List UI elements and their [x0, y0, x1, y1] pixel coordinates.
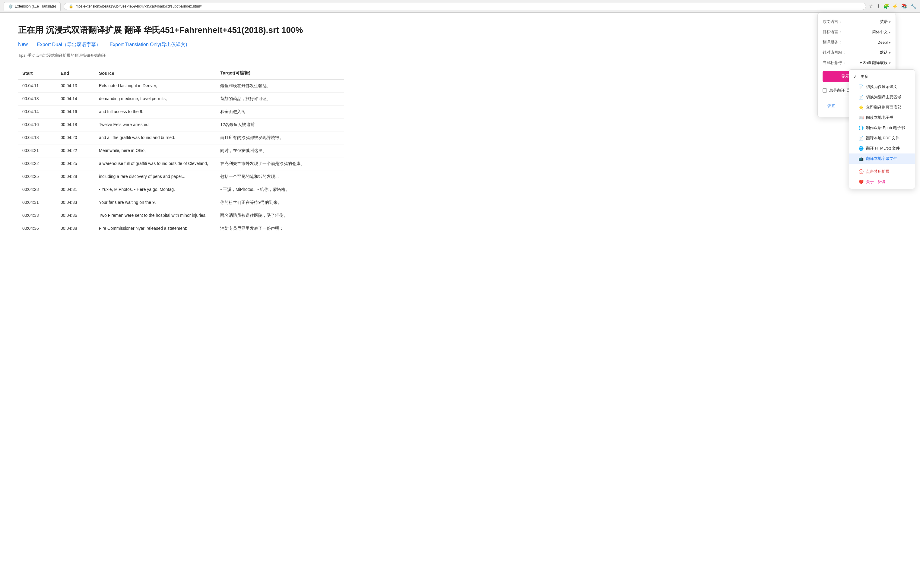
tab-label: Extension (I...e Translate): [15, 4, 56, 8]
submenu-item-label-more: 更多: [860, 74, 868, 79]
page-title: 正在用 沉浸式双语翻译扩展 翻译 华氏451+Fahrenheit+451(20…: [18, 25, 344, 36]
cell-11-0: 00:04:36: [18, 222, 57, 235]
cell-10-2: Two Firemen were sent to the hospital wi…: [95, 209, 216, 222]
submenu-item-create_epub[interactable]: 🌐制作双语 Epub 电子书: [849, 123, 915, 133]
table-row: 00:04:1400:04:16and full access to the 9…: [18, 105, 344, 118]
submenu-item-about[interactable]: ❤️关于 - 反馈: [849, 177, 915, 187]
submenu-item-label-switch_translation_only: 切换为仅显示译文: [866, 84, 897, 90]
cell-8-0: 00:04:28: [18, 183, 57, 196]
chevron-down-icon: [889, 19, 891, 24]
settings-value-0[interactable]: 英语: [880, 19, 891, 24]
submenu-item-translate_subtitle[interactable]: 📺翻译本地字幕文件: [849, 153, 915, 164]
settings-value-3[interactable]: 默认: [880, 50, 891, 55]
cell-0-1: 00:04:13: [57, 79, 95, 92]
cell-7-1: 00:04:28: [57, 170, 95, 183]
submenu-item-icon-translate_html: 🌐: [858, 146, 863, 151]
submenu-item-more[interactable]: 更多: [849, 71, 915, 82]
cell-4-1: 00:04:20: [57, 131, 95, 144]
col-header-start: Start: [18, 67, 57, 79]
toolbar-icon-3[interactable]: 🔧: [910, 3, 917, 9]
cell-6-1: 00:04:25: [57, 157, 95, 170]
settings-row-2: 翻译服务：Deepl: [818, 37, 896, 47]
address-bar[interactable]: 🔒 moz-extension://beaa196b-f8ee-4e59-bc4…: [64, 3, 866, 10]
submenu-item-label-read_ebook: 阅读本地电子书: [866, 115, 894, 120]
cell-0-0: 00:04:11: [18, 79, 57, 92]
cell-9-2: Your fans are waiting on the 9.: [95, 196, 216, 209]
cell-4-3[interactable]: 而且所有的涂鸦都被发现并烧毁。: [216, 131, 344, 144]
cell-11-3[interactable]: 消防专员尼亚里发表了一份声明：: [216, 222, 344, 235]
submenu-item-label-create_epub: 制作双语 Epub 电子书: [866, 125, 905, 131]
settings-link[interactable]: 设置: [823, 101, 840, 111]
settings-row-4: 当鼠标悬停：+ Shift 翻译该段: [818, 58, 896, 68]
submenu-item-icon-disable_extension: 🚫: [858, 169, 863, 174]
submenu-item-label-about: 关于 - 反馈: [866, 179, 885, 184]
settings-label-3: 针对该网站：: [823, 50, 846, 55]
submenu-item-icon-scroll_to_bottom: ⭐: [858, 105, 863, 110]
submenu-item-icon-translate_subtitle: 📺: [858, 156, 863, 161]
submenu-item-translate_pdf[interactable]: 📄翻译本地 PDF 文件: [849, 133, 915, 143]
table-row: 00:04:2500:04:28including a rare discove…: [18, 170, 344, 183]
settings-value-text-3: 默认: [880, 50, 888, 55]
cell-10-3[interactable]: 两名消防员被送往医院，受了轻伤。: [216, 209, 344, 222]
new-link[interactable]: New: [18, 42, 28, 48]
submenu-item-disable_extension[interactable]: 🚫点击禁用扩展: [849, 166, 915, 177]
cell-1-0: 00:04:13: [18, 92, 57, 105]
extension-icon[interactable]: 🧩: [883, 3, 889, 9]
submenu-item-scroll_to_bottom[interactable]: ⭐立即翻译到页面底部: [849, 102, 915, 113]
export-translation-link[interactable]: Export Translation Only(导出仅译文): [110, 42, 187, 48]
chevron-down-icon: [889, 50, 891, 55]
col-header-target: Target(可编辑): [216, 67, 344, 79]
browser-chrome: 🛡️ Extension (I...e Translate) 🔒 moz-ext…: [0, 0, 920, 13]
settings-label-1: 目标语言：: [823, 29, 842, 35]
browser-toolbar-icons: ☆ ⬇ 🧩 ⚡ 📚 🔧: [869, 3, 917, 9]
cell-3-1: 00:04:18: [57, 118, 95, 131]
cell-8-3[interactable]: - 玉溪，MiPhotos。- 给你，蒙塔格。: [216, 183, 344, 196]
cell-2-2: and full access to the 9.: [95, 105, 216, 118]
browser-tab[interactable]: 🛡️ Extension (I...e Translate): [3, 2, 61, 11]
tips-text: Tips: 手动点击沉浸式翻译扩展的翻译按钮开始翻译: [18, 53, 344, 58]
settings-row-3: 针对该网站：默认: [818, 47, 896, 58]
submenu-item-switch_main_area[interactable]: 📄切换为翻译主要区域: [849, 92, 915, 102]
settings-label-2: 翻译服务：: [823, 39, 842, 45]
export-dual-link[interactable]: Export Dual（导出双语字幕）: [37, 42, 101, 48]
cell-2-3[interactable]: 和全面进入9。: [216, 105, 344, 118]
cell-11-2: Fire Commissioner Nyari released a state…: [95, 222, 216, 235]
table-body: 00:04:1100:04:13Eels rioted last night i…: [18, 79, 344, 235]
submenu-item-label-switch_main_area: 切换为翻译主要区域: [866, 94, 901, 100]
submenu-item-icon-about: ❤️: [858, 179, 863, 184]
cell-6-3[interactable]: 在克利夫兰市外发现了一个满是涂鸦的仓库、: [216, 157, 344, 170]
toolbar-icon-2[interactable]: 📚: [901, 3, 907, 9]
table-row: 00:04:1300:04:14demanding medicine, trav…: [18, 92, 344, 105]
submenu-item-translate_html[interactable]: 🌐翻译 HTML/txt 文件: [849, 143, 915, 153]
cell-10-1: 00:04:36: [57, 209, 95, 222]
cell-7-3[interactable]: 包括一个罕见的笔和纸的发现...: [216, 170, 344, 183]
cell-1-1: 00:04:14: [57, 92, 95, 105]
table-row: 00:04:2200:04:25a warehouse full of graf…: [18, 157, 344, 170]
table-row: 00:04:3100:04:33Your fans are waiting on…: [18, 196, 344, 209]
cell-0-2: Eels rioted last night in Denver,: [95, 79, 216, 92]
settings-value-text-4: + Shift 翻译该段: [860, 60, 888, 65]
cell-0-3[interactable]: 鳗鱼昨晚在丹佛发生骚乱、: [216, 79, 344, 92]
cell-10-0: 00:04:33: [18, 209, 57, 222]
submenu-item-label-translate_html: 翻译 HTML/txt 文件: [866, 145, 900, 151]
cell-3-2: Twelve Eels were arrested: [95, 118, 216, 131]
cell-5-3[interactable]: 同时，在俄亥俄州这里、: [216, 144, 344, 157]
settings-value-2[interactable]: Deepl: [878, 40, 891, 45]
submenu-item-icon-create_epub: 🌐: [858, 126, 863, 130]
toolbar-icon-1[interactable]: ⚡: [892, 3, 898, 9]
submenu-item-switch_translation_only[interactable]: 📄切换为仅显示译文: [849, 82, 915, 92]
table-row: 00:04:1100:04:13Eels rioted last night i…: [18, 79, 344, 92]
cell-1-3[interactable]: 苛刻的药品，旅行许可证、: [216, 92, 344, 105]
submenu-item-read_ebook[interactable]: 📖阅读本地电子书: [849, 113, 915, 123]
download-icon[interactable]: ⬇: [876, 3, 880, 9]
bookmark-icon[interactable]: ☆: [869, 3, 873, 9]
cell-6-0: 00:04:22: [18, 157, 57, 170]
submenu-item-label-disable_extension: 点击禁用扩展: [866, 169, 889, 174]
cell-4-2: and all the graffiti was found and burne…: [95, 131, 216, 144]
settings-value-1[interactable]: 简体中文: [872, 29, 891, 35]
cell-3-3[interactable]: 12名鳗鱼人被逮捕: [216, 118, 344, 131]
settings-value-4[interactable]: + Shift 翻译该段: [860, 60, 891, 65]
cell-9-3[interactable]: 你的粉丝们正在等待9号的到来。: [216, 196, 344, 209]
settings-row-1: 目标语言：简体中文: [818, 27, 896, 37]
always-translate-checkbox[interactable]: [823, 88, 827, 92]
